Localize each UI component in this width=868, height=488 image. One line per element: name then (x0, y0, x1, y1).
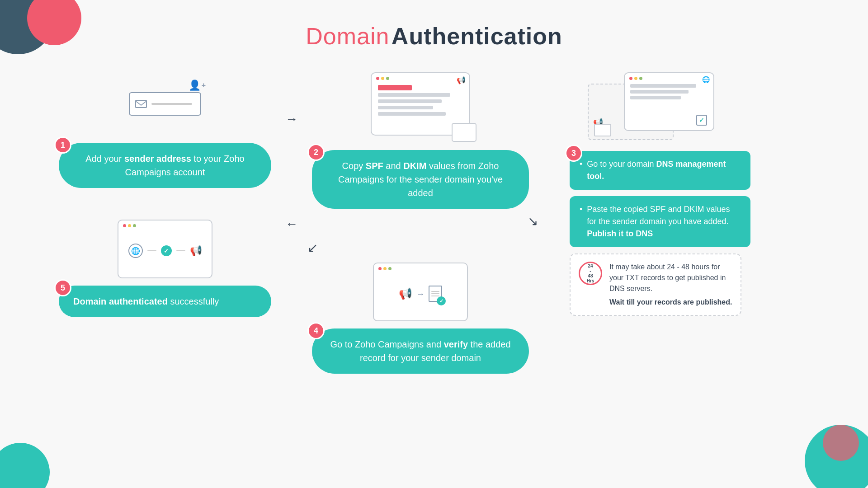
info-box: 24-48Hrs It may take about 24 - 48 hours… (570, 253, 741, 316)
step1-number: 1 (54, 136, 71, 154)
step3-column: 📢 🌐 (565, 72, 809, 316)
step3-icon: 📢 🌐 (588, 72, 719, 145)
step5-icon: 🌐 ✓ 📢 (118, 220, 212, 278)
step4-icon: 📢 → ✓ (373, 263, 468, 321)
step3-pill-1: 3 • Go to your domain DNS management too… (570, 151, 750, 190)
info-text-2: Wait till your records are published. (609, 297, 732, 308)
step4-pill: 4 Go to Zoho Campaigns and verify the ad… (312, 328, 529, 374)
info-text-1: It may take about 24 - 48 hours for your… (609, 262, 732, 294)
step3-text1: Go to your domain DNS management tool. (587, 158, 741, 183)
step2-block: 📢 2 Copy SPF and DKIM values fro (312, 72, 529, 229)
step2-text: Copy SPF and DKIM values from Zoho Campa… (326, 159, 514, 200)
step3-text2: Paste the copied SPF and DKIM values for… (587, 203, 741, 240)
step1-text: Add your sender address to your Zoho Cam… (73, 152, 257, 179)
step4-number: 4 (307, 322, 325, 339)
clock-icon: 24-48Hrs (579, 262, 602, 285)
title-bold: Authentication (392, 23, 562, 49)
arrow-1-2: → (285, 72, 298, 127)
step4-text: Go to Zoho Campaigns and verify the adde… (326, 338, 514, 365)
step5-pill: 5 Domain authenticated successfully (59, 286, 271, 317)
step5-text: Domain authenticated successfully (73, 295, 219, 308)
email-tray-icon (129, 92, 201, 116)
step5-number: 5 (54, 279, 71, 296)
arrow-2-3: ↘ (528, 214, 538, 229)
title-regular: Domain (306, 23, 389, 49)
add-user-icon: 👤 + (189, 80, 206, 91)
step2-pill: 2 Copy SPF and DKIM values from Zoho Cam… (312, 150, 529, 209)
main-container: Domain Authentication 👤 + (0, 0, 868, 488)
step5-block: 🌐 ✓ 📢 5 Domain authenticated successfull… (59, 220, 271, 317)
page-title: Domain Authentication (36, 23, 832, 50)
step1-block: 👤 + (59, 72, 271, 188)
arrow-3-4: ↙ (307, 240, 318, 255)
step2-number: 2 (307, 144, 325, 161)
step4-block: ↙ 📢 → (312, 240, 529, 374)
step3-number: 3 (565, 145, 582, 162)
step1-pill: 1 Add your sender address to your Zoho C… (59, 143, 271, 188)
step3-pill-2: • Paste the copied SPF and DKIM values f… (570, 196, 750, 247)
step2-icon: 📢 (371, 72, 470, 136)
arrow-4-5: ← (285, 127, 298, 231)
